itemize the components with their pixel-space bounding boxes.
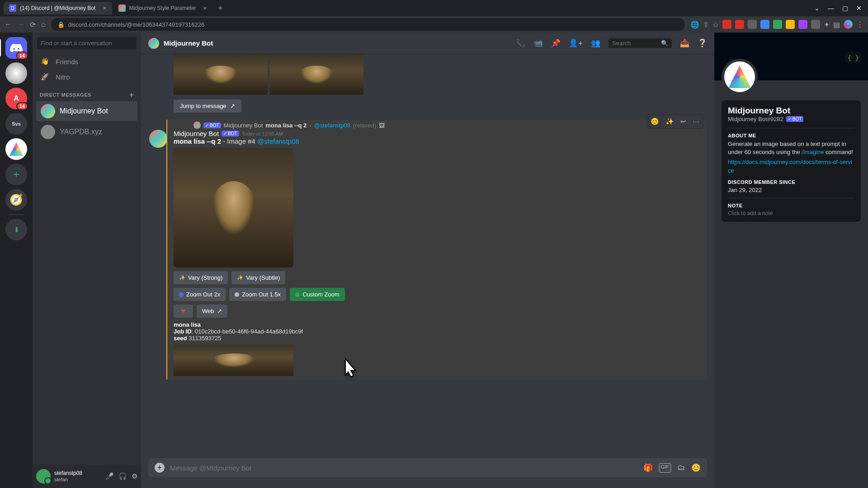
super-reaction-icon[interactable]: ✨ <box>663 116 677 127</box>
new-tab-button[interactable]: + <box>213 4 227 13</box>
note-input[interactable]: Click to add a note <box>728 210 854 216</box>
vary-subtle-button[interactable]: Vary (Subtle) <box>231 271 285 284</box>
explore-servers-button[interactable]: 🧭 <box>5 189 27 211</box>
divider <box>728 128 854 128</box>
minimize-window-icon[interactable]: — <box>828 5 834 12</box>
profile-badge[interactable]: { } <box>845 52 862 63</box>
inbox-icon[interactable]: 📥 <box>680 38 689 48</box>
reply-icon[interactable]: ↩ <box>678 116 689 127</box>
extension-icon[interactable] <box>811 20 820 29</box>
deafen-icon[interactable]: 🎧 <box>118 472 127 480</box>
help-icon[interactable]: ❔ <box>698 38 707 48</box>
video-call-icon[interactable]: 📹 <box>533 38 543 48</box>
chat-search-input[interactable]: Search 🔍 <box>609 38 672 48</box>
dm-item-label: Midjourney Bot <box>60 107 108 115</box>
generated-image-partial[interactable] <box>174 344 293 376</box>
extension-icon[interactable] <box>722 20 731 29</box>
extension-icon[interactable] <box>773 20 782 29</box>
server-button[interactable]: A14 <box>5 88 27 109</box>
bookmark-star-icon[interactable]: ☆ <box>712 20 719 29</box>
share-icon[interactable]: ⇧ <box>703 20 709 29</box>
server-button[interactable] <box>5 138 27 160</box>
message-mention[interactable]: @stefanstp08 <box>257 137 299 145</box>
bot-tag: ✓BOT <box>222 131 239 136</box>
generated-image[interactable] <box>174 148 293 267</box>
forward-button-icon[interactable]: → <box>17 20 24 28</box>
dm-item-midjourney[interactable]: Midjourney Bot <box>36 101 137 121</box>
messages-scroll[interactable]: Jump to message ↗ 😊 ✨ ↩ ⋯ ✓BOT Midjourne… <box>141 54 714 458</box>
pinned-messages-icon[interactable]: 📌 <box>551 38 561 48</box>
download-apps-button[interactable]: ⬇ <box>5 219 27 240</box>
dm-search-input[interactable]: Find or start a conversation <box>37 37 137 49</box>
profile-avatar-icon[interactable] <box>844 20 853 29</box>
sidepanel-icon[interactable]: ▤ <box>833 20 840 29</box>
gif-picker-icon[interactable]: GIF <box>659 463 671 473</box>
jump-to-message-button[interactable]: Jump to message ↗ <box>174 99 241 113</box>
dm-home-button[interactable]: 14 <box>5 37 27 59</box>
browser-tab-inactive[interactable]: Midjourney Style Parameter × <box>113 2 212 14</box>
add-server-button[interactable]: + <box>5 164 27 185</box>
tab-overflow-icon[interactable]: ⌄ <box>814 5 820 12</box>
vary-strong-button[interactable]: Vary (Strong) <box>174 271 228 284</box>
user-avatar[interactable] <box>36 469 51 483</box>
dm-item-label: YAGPDB.xyz <box>60 128 102 136</box>
message-hover-actions: 😊 ✨ ↩ ⋯ <box>646 114 703 129</box>
web-button[interactable]: Web↗ <box>197 305 227 318</box>
close-tab-icon[interactable]: × <box>203 5 207 12</box>
zoom-out-1-5x-button[interactable]: Zoom Out 1.5x <box>229 288 286 301</box>
extension-icon[interactable] <box>760 20 769 29</box>
custom-zoom-button[interactable]: Custom Zoom <box>290 288 345 301</box>
chrome-menu-icon[interactable]: ⋮ <box>856 20 863 29</box>
home-button-icon[interactable]: ⌂ <box>41 20 46 28</box>
attach-button[interactable]: + <box>155 463 165 473</box>
generated-image-thumb[interactable] <box>269 54 363 95</box>
server-button[interactable] <box>5 62 27 84</box>
reload-button-icon[interactable]: ⟳ <box>30 20 36 29</box>
chat-area: Midjourney Bot 📞 📹 📌 👤+ 👥 Search 🔍 📥 ❔ <box>141 33 714 488</box>
external-link-icon: ↗ <box>230 103 235 109</box>
back-button-icon[interactable]: ← <box>5 20 12 28</box>
mute-mic-icon[interactable]: 🎤 <box>105 472 114 480</box>
translate-icon[interactable]: 🌐 <box>690 20 699 29</box>
extensions-menu-icon[interactable]: ✦ <box>824 20 830 29</box>
create-dm-button[interactable]: + <box>129 91 134 99</box>
extension-icon[interactable] <box>786 20 795 29</box>
close-tab-icon[interactable]: × <box>103 5 106 12</box>
settings-gear-icon[interactable]: ⚙ <box>132 472 137 480</box>
tos-link[interactable]: https://docs.midjourney.com/docs/terms-o… <box>728 158 854 174</box>
user-profile-icon[interactable]: 👥 <box>591 38 600 48</box>
search-placeholder: Search <box>612 40 631 47</box>
message-input[interactable]: Message @Midjourney Bot <box>170 464 638 472</box>
image-grid-partial <box>174 54 707 95</box>
zoom-out-2x-button[interactable]: Zoom Out 2x <box>174 288 226 301</box>
reply-author: Midjourney Bot <box>224 122 263 129</box>
emoji-picker-icon[interactable]: 😊 <box>691 463 701 473</box>
message-avatar[interactable] <box>149 130 167 148</box>
add-friends-icon[interactable]: 👤+ <box>569 38 583 48</box>
message-author[interactable]: Midjourney Bot <box>174 130 219 137</box>
discord-logo-icon <box>10 43 23 52</box>
reply-reference[interactable]: ✓BOT Midjourney Bot mona lisa --q 2 - @s… <box>174 122 707 129</box>
address-bar[interactable]: 🔒 discord.com/channels/@me/1063443749197… <box>51 18 685 31</box>
dm-item-yagpdb[interactable]: YAGPDB.xyz <box>36 122 137 142</box>
extension-icon[interactable] <box>735 20 744 29</box>
gift-icon[interactable]: 🎁 <box>643 463 653 473</box>
bot-tag: ✓BOT <box>203 122 221 128</box>
close-window-icon[interactable]: ✕ <box>856 5 862 12</box>
favorite-button[interactable]: ❤ <box>174 305 193 318</box>
maximize-window-icon[interactable]: ▢ <box>842 5 848 12</box>
server-button[interactable]: Svs <box>5 113 27 135</box>
reply-mention[interactable]: @stefanstp08 <box>314 122 350 129</box>
browser-tab-bar: D (14) Discord | @Midjourney Bot × Midjo… <box>0 0 868 16</box>
sticker-picker-icon[interactable]: 🗂 <box>677 463 685 473</box>
extension-icon[interactable] <box>748 20 757 29</box>
more-actions-icon[interactable]: ⋯ <box>690 116 702 127</box>
add-reaction-icon[interactable]: 😊 <box>648 116 662 127</box>
browser-tab-active[interactable]: D (14) Discord | @Midjourney Bot × <box>4 2 112 14</box>
profile-avatar[interactable] <box>722 59 758 95</box>
generated-image-thumb[interactable] <box>174 54 268 95</box>
friends-nav-item[interactable]: 👋 Friends <box>36 54 137 69</box>
extension-icon[interactable] <box>798 20 807 29</box>
nitro-nav-item[interactable]: 🚀 Nitro <box>36 69 137 84</box>
voice-call-icon[interactable]: 📞 <box>516 38 525 48</box>
